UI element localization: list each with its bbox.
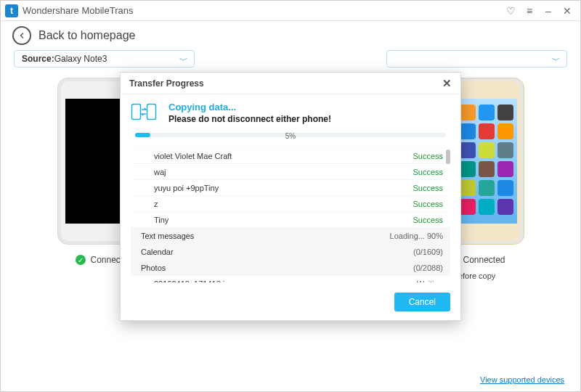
transfer-list[interactable]: violet Violet Mae CraftSuccesswajSuccess… [131,147,450,282]
cancel-button[interactable]: Cancel [394,293,450,311]
back-row: Back to homepage [1,21,580,50]
row-name: yuyu poi +9ppTiny [154,184,219,192]
scrollbar-thumb[interactable] [446,150,450,164]
row-name: z [154,200,158,208]
list-item: zSuccess [131,196,450,212]
minimize-icon[interactable]: – [540,2,557,20]
row-status: Loading... 90% [390,232,443,240]
list-item: 20160418_171418.jpgWaiting [131,276,450,282]
svg-rect-1 [147,105,156,120]
app-title: Wondershare MobileTrans [23,5,133,16]
list-item: wajSuccess [131,164,450,180]
destination-status-text: Connected [463,255,505,265]
row-status: Waiting [417,279,443,282]
category-row: Calendar(0/1609) [131,244,450,260]
row-name: 20160418_171418.jpg [154,279,234,282]
dialog-close-icon[interactable]: ✕ [442,77,452,90]
supported-devices-link[interactable]: View supported devices [480,375,564,384]
titlebar: t Wondershare MobileTrans ♡ ≡ – ✕ [1,1,580,21]
phones-sync-icon [131,102,157,124]
row-status: (0/2088) [413,264,443,272]
row-status: (0/1609) [413,248,443,256]
copying-heading: Copying data... [168,102,331,113]
feedback-icon[interactable]: ♡ [502,2,519,20]
row-status: Success [413,184,443,192]
category-row: Photos(0/2088) [131,260,450,276]
transfer-progress-dialog: Transfer Progress ✕ Copying data... Plea… [120,72,461,321]
arrow-left-icon [17,31,26,40]
destination-header[interactable]: ﹀ [386,50,567,68]
row-name: waj [154,168,166,176]
svg-rect-0 [132,105,141,120]
app-window: t Wondershare MobileTrans ♡ ≡ – ✕ Back t… [0,0,581,392]
cancel-label: Cancel [409,297,436,307]
list-item: violet Violet Mae CraftSuccess [131,148,450,164]
row-status: Success [413,200,443,208]
row-status: Success [413,216,443,224]
close-icon[interactable]: ✕ [558,2,576,20]
progress-bar: 5% [135,133,446,143]
source-header[interactable]: Source: Galaxy Note3 ﹀ [14,50,195,68]
row-name: Text messages [141,232,194,240]
source-device-name: Galaxy Note3 [54,54,107,64]
list-item: TinySuccess [131,212,450,228]
chevron-down-icon: ﹀ [552,54,561,67]
menu-icon[interactable]: ≡ [521,2,538,20]
progress-percent: 5% [135,132,446,140]
check-icon: ✓ [76,255,86,265]
dialog-title: Transfer Progress [129,78,204,89]
row-name: Tiny [154,216,168,224]
chevron-down-icon: ﹀ [179,54,188,67]
disconnect-warning: Please do not disconnect either phone! [168,114,331,124]
category-row: Text messagesLoading... 90% [131,228,450,244]
row-name: violet Violet Mae Craft [154,152,232,160]
row-name: Calendar [141,248,174,256]
row-status: Success [413,152,443,160]
back-label: Back to homepage [38,29,135,42]
app-logo-icon: t [5,4,18,17]
back-button[interactable] [12,26,31,45]
source-prefix: Source: [22,54,54,64]
dialog-header: Transfer Progress ✕ [121,73,460,94]
row-status: Success [413,168,443,176]
row-name: Photos [141,264,166,272]
list-item: yuyu poi +9ppTinySuccess [131,180,450,196]
